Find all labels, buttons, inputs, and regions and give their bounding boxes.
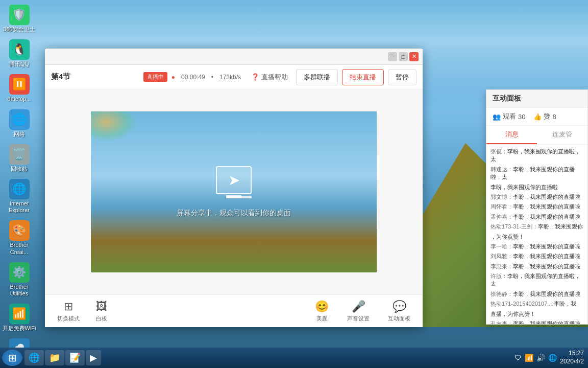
icon-datetop[interactable]: ⏸️ datetop... — [2, 72, 37, 104]
taskbar-item-folder[interactable]: 📁 — [45, 350, 64, 365]
folder-taskbar-icon: 📁 — [49, 352, 60, 363]
taskbar-item-ie[interactable]: 🌐 — [24, 350, 44, 365]
viewers-count: 30 — [518, 113, 525, 121]
interaction-label: 互动面板 — [388, 315, 410, 323]
desktop: 🛡️ 360安全卫士 🐧 腾讯QQ ⏸️ datetop... 🌐 网络 🗑️ — [0, 0, 588, 368]
chat-message: 热动171-20154020107...:李盼，我 — [491, 300, 583, 308]
pause-button[interactable]: 暂停 — [388, 69, 416, 85]
start-button[interactable]: ⊞ — [2, 350, 22, 366]
close-button[interactable]: ✕ — [409, 52, 419, 61]
likes-icon: 👍 — [533, 113, 542, 121]
beauty-label: 美颜 — [316, 315, 328, 323]
msg-content: 李盼，我来围观你的直播啦 — [513, 243, 580, 249]
interaction-icon: 💬 — [393, 300, 406, 313]
network-tray-icon[interactable]: 🌐 — [548, 354, 557, 362]
taskbar-item-player[interactable]: ▶ — [86, 350, 101, 365]
switch-mode-label: 切换模式 — [57, 315, 80, 323]
icon-qq[interactable]: 🐧 腾讯QQ — [2, 37, 37, 70]
panel-stats: 👥 观看 30 👍 赞 8 — [486, 108, 587, 126]
msg-content: 李盼，我来围观你的直播啦 — [513, 194, 580, 200]
preview-area: ➤ 屏幕分享中，观众可以看到你的桌面 — [45, 89, 423, 294]
whiteboard-icon: 🖼 — [96, 300, 107, 313]
icon-datetop-label: datetop... — [8, 96, 31, 102]
msg-sender: 热动171-20154020107...: — [491, 301, 554, 307]
whiteboard-tool[interactable]: 🖼 白板 — [92, 298, 111, 325]
start-icon: ⊞ — [8, 352, 17, 364]
volume-tray-icon[interactable]: 🔊 — [536, 354, 545, 362]
tab-connect[interactable]: 连麦管 — [537, 126, 587, 144]
chat-messages: 张俊：李盼，我来围观你的直播啦，太韩迷达：李盼，我来围观你的直播啦，太李盼，我来… — [486, 145, 587, 324]
interaction-tool[interactable]: 💬 互动面板 — [384, 298, 414, 325]
icon-recycle-label: 回收站 — [11, 166, 28, 172]
screen-share-icon: ➤ — [216, 166, 252, 194]
whiteboard-label: 白板 — [96, 315, 107, 323]
stream-window: ─ □ ✕ 第4节 直播中 ● 00:00:49 • 173kb/s ❓ 直播帮… — [45, 49, 423, 327]
wps-taskbar-icon: 📝 — [69, 352, 81, 363]
minimize-button[interactable]: ─ — [388, 52, 397, 61]
icon-qq-label: 腾讯QQ — [9, 61, 29, 67]
chat-message: 李一哈：李盼，我来围观你的直播啦 — [491, 243, 583, 250]
ie-taskbar-icon: 🌐 — [29, 352, 40, 363]
icon-network-label: 网络 — [14, 131, 25, 137]
msg-content: 李盼，我来围观你的直播啦 — [513, 253, 580, 259]
monitor-stand — [226, 195, 241, 198]
chat-message: 郭文博：李盼，我来围观你的直播啦 — [491, 193, 583, 201]
preview-text: 屏幕分享中，观众可以看到你的桌面 — [177, 209, 291, 218]
msg-sender: 张俊： — [491, 148, 507, 154]
msg-content: 李盼，我 — [554, 301, 576, 307]
msg-sender: 刘凤雅： — [491, 253, 513, 259]
maximize-button[interactable]: □ — [399, 52, 408, 61]
multi-broadcast-button[interactable]: 多群联播 — [296, 69, 338, 85]
interaction-panel: 互动面板 👥 观看 30 👍 赞 8 消息 连麦管 张俊：李盼，我来围观你的直播… — [486, 89, 588, 325]
share-glow — [91, 111, 137, 142]
switch-mode-icon: ⊞ — [64, 300, 73, 313]
likes-stat: 👍 赞 8 — [533, 112, 556, 121]
msg-sender: 周怀看： — [491, 203, 513, 210]
icon-recycle[interactable]: 🗑️ 回收站 — [2, 142, 37, 174]
msg-sender: 李一哈： — [491, 243, 513, 249]
icon-wifi[interactable]: 📶 开启免费WiFi — [2, 302, 37, 334]
audio-settings-label: 声音设置 — [347, 315, 370, 323]
taskbar-right: 🛡 📶 🔊 🌐 15:27 2020/4/2 — [514, 350, 586, 365]
icon-ie-label: Internet Explorer — [3, 200, 36, 214]
panel-tabs: 消息 连麦管 — [486, 126, 587, 145]
bottom-left-tools: ⊞ 切换模式 🖼 白板 — [53, 298, 111, 325]
viewers-stat: 👥 观看 30 — [493, 112, 525, 121]
viewers-icon: 👥 — [493, 113, 501, 121]
end-stream-button[interactable]: 结束直播 — [342, 69, 384, 85]
wifi-tray-icon[interactable]: 📶 — [525, 354, 533, 362]
msg-content: 李盼，我来围观你的直播啦 — [513, 263, 580, 269]
taskbar-items: 🌐 📁 📝 ▶ — [24, 350, 514, 365]
beauty-icon: 😊 — [315, 300, 329, 313]
viewers-label: 观看 — [503, 112, 516, 121]
chat-message: ，为你点赞！ — [491, 233, 583, 241]
msg-content: 李盼，我来围观你 — [538, 223, 583, 229]
msg-content: 李盼，我来围观你的直播啦 — [513, 320, 580, 324]
tab-messages[interactable]: 消息 — [486, 126, 537, 144]
help-label: 直播帮助 — [261, 73, 288, 82]
icon-360-label: 360安全卫士 — [3, 26, 35, 33]
audio-settings-tool[interactable]: 🎤 声音设置 — [343, 298, 374, 325]
chat-message: 李盼，我来围观你的直播啦 — [491, 183, 583, 191]
window-toolbar: 第4节 直播中 ● 00:00:49 • 173kb/s ❓ 直播帮助 多群联播… — [45, 65, 423, 89]
chat-message: 热动173-31-王剑：李盼，我来围观你 — [491, 223, 583, 231]
msg-content: ，为你点赞！ — [491, 234, 524, 240]
icon-ie[interactable]: 🌐 Internet Explorer — [2, 177, 37, 216]
taskbar: ⊞ 🌐 📁 📝 ▶ 🛡 📶 🔊 🌐 15:27 2020/4/2 — [0, 348, 588, 368]
likes-count: 8 — [552, 113, 556, 121]
switch-mode-tool[interactable]: ⊞ 切换模式 — [53, 298, 84, 325]
antivirus-tray-icon[interactable]: 🛡 — [514, 354, 522, 362]
beauty-tool[interactable]: 😊 美颜 — [311, 298, 333, 325]
bottom-toolbar: ⊞ 切换模式 🖼 白板 😊 美颜 🎤 声音设置 💬 — [45, 294, 423, 327]
icon-360[interactable]: 🛡️ 360安全卫士 — [2, 3, 37, 35]
bottom-right-tools: 😊 美颜 🎤 声音设置 💬 互动面板 — [311, 298, 414, 325]
preview-canvas: ➤ 屏幕分享中，观众可以看到你的桌面 — [91, 111, 377, 272]
icon-brother-util[interactable]: ⚙️ Brother Utilities — [2, 260, 37, 299]
icon-brother-create[interactable]: 🎨 Brother Creai... — [2, 218, 37, 257]
taskbar-item-wps[interactable]: 📝 — [65, 350, 85, 365]
chat-message: 刘凤雅：李盼，我来围观你的直播啦 — [491, 252, 583, 260]
icon-network[interactable]: 🌐 网络 — [2, 107, 37, 140]
help-button[interactable]: ❓ 直播帮助 — [247, 71, 292, 84]
msg-sender: 许版： — [491, 273, 507, 279]
clock: 15:27 2020/4/2 — [560, 350, 584, 365]
